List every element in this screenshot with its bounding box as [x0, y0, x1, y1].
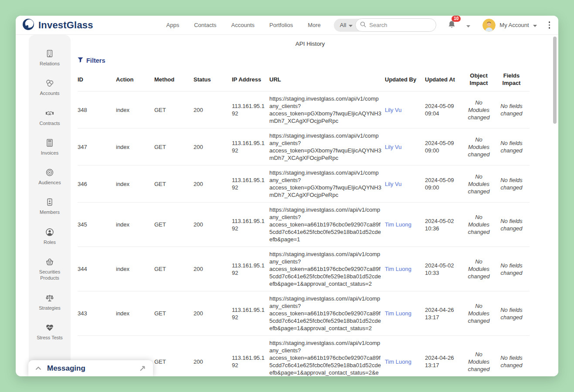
heartbeat-icon	[45, 323, 54, 332]
filters-label: Filters	[86, 57, 105, 64]
cell-object-impact: No Modules changed	[464, 247, 497, 291]
table-row: 347 index GET 200 113.161.95.192 https:/…	[78, 128, 530, 166]
updated-by-link[interactable]: Tim Luong	[385, 247, 425, 291]
main-content: API History Filters ID Action Method Sta…	[71, 35, 558, 376]
filter-funnel-icon	[78, 57, 83, 64]
cell-status: 200	[194, 247, 232, 291]
updated-by-link[interactable]: Lily Vu	[385, 128, 425, 166]
cell-object-impact: No Modules changed	[464, 166, 497, 203]
scale-icon	[45, 293, 54, 303]
cell-method: GET	[154, 336, 194, 377]
sidebar-item[interactable]: Securities Products	[30, 257, 70, 281]
cell-id: 348	[78, 91, 116, 128]
updated-by-link[interactable]: Lily Vu	[385, 91, 425, 128]
column-header-ip: IP Address	[232, 68, 269, 91]
cell-fields-impact: No fields changed	[497, 128, 530, 166]
id-badge-icon	[45, 197, 54, 207]
account-label: My Account	[499, 22, 529, 28]
kebab-menu-icon[interactable]	[547, 19, 553, 31]
cell-id: 344	[78, 247, 116, 291]
cell-id: 343	[78, 291, 116, 336]
sidebar-item-label: Members	[40, 209, 60, 215]
app-window: InvestGlass Apps Contacts Accounts Portf…	[16, 16, 558, 376]
column-header-status: Status	[194, 68, 232, 91]
cell-updated-at: 2024-05-09 09:00	[425, 166, 464, 203]
updated-by-link[interactable]: Tim Luong	[385, 203, 425, 247]
page-title: API History	[78, 41, 543, 47]
chevron-down-icon	[349, 22, 353, 28]
cell-updated-at: 2024-05-09 09:00	[425, 128, 464, 166]
cell-action: index	[116, 166, 154, 203]
basket-icon	[45, 257, 54, 267]
cell-status: 200	[194, 166, 232, 203]
sidebar-item[interactable]: Accounts	[30, 78, 70, 96]
cell-method: GET	[154, 128, 194, 166]
user-circle-icon	[45, 227, 54, 237]
calculator-icon	[45, 138, 54, 148]
table-row: 345 index GET 200 113.161.95.192 https:/…	[78, 203, 530, 247]
sidebar-item[interactable]: Stress Tests	[30, 323, 70, 341]
updated-by-link[interactable]: Lily Vu	[385, 166, 425, 203]
nav-item[interactable]: Portfolios	[269, 22, 293, 28]
cell-ip-address: 113.161.95.192	[232, 166, 269, 203]
cell-ip-address: 113.161.95.192	[232, 128, 269, 166]
filters-button[interactable]: Filters	[78, 57, 105, 64]
cell-status: 200	[194, 128, 232, 166]
cell-status: 200	[194, 91, 232, 128]
sidebar-item-label: Securities Products	[30, 269, 70, 281]
updated-by-link[interactable]: Tim Luong	[385, 336, 425, 377]
notifications-button[interactable]: 10	[448, 20, 456, 31]
notifications-dropdown-caret[interactable]	[465, 20, 472, 31]
search-input[interactable]	[369, 22, 431, 28]
cell-ip-address: 113.161.95.192	[232, 247, 269, 291]
cell-ip-address: 113.161.95.192	[232, 291, 269, 336]
api-history-table: ID Action Method Status IP Address URL U…	[78, 68, 530, 376]
cell-updated-at: 2024-05-02 10:33	[425, 247, 464, 291]
cell-url: https://staging.investglass.com//api/v1/…	[269, 247, 385, 291]
nav-item[interactable]: Contacts	[194, 22, 216, 28]
cell-updated-at: 2024-04-26 13:17	[425, 336, 464, 377]
sidebar-item[interactable]: Relations	[30, 49, 70, 67]
table-row: 343 index GET 200 113.161.95.192 https:/…	[78, 291, 530, 336]
sidebar-item[interactable]: Strategies	[30, 293, 70, 311]
sidebar-item-label: Audiences	[38, 179, 61, 186]
updated-by-link[interactable]: Tim Luong	[385, 291, 425, 336]
cell-object-impact: No Modules changed	[464, 203, 497, 247]
column-header-object-impact: Object Impact	[464, 68, 497, 91]
target-icon	[45, 168, 54, 177]
cell-updated-at: 2024-04-26 13:17	[425, 291, 464, 336]
messaging-dock[interactable]: Messaging	[28, 360, 153, 376]
coins-icon	[45, 78, 54, 88]
cell-ip-address: 113.161.95.192	[232, 336, 269, 377]
sidebar-item[interactable]: Members	[30, 197, 70, 215]
brand-name: InvestGlass	[38, 20, 93, 31]
sidebar: Relations Accounts Contracts Invoices Au…	[29, 35, 71, 376]
cell-method: GET	[154, 247, 194, 291]
cell-status: 200	[194, 336, 232, 377]
cell-id: 345	[78, 203, 116, 247]
cell-fields-impact: No fields changed	[497, 291, 530, 336]
chevron-up-icon[interactable]	[35, 366, 41, 370]
sidebar-item[interactable]: Contracts	[30, 108, 70, 126]
sidebar-item[interactable]: Invoices	[30, 138, 70, 156]
sidebar-item[interactable]: Audiences	[30, 168, 70, 186]
cell-object-impact: No Modules changed	[464, 291, 497, 336]
nav-item[interactable]: Apps	[166, 22, 180, 28]
top-navbar: InvestGlass Apps Contacts Accounts Portf…	[16, 16, 558, 35]
nav-item[interactable]: Accounts	[231, 22, 255, 28]
account-menu[interactable]: My Account	[482, 19, 537, 32]
search-field	[355, 18, 436, 32]
sidebar-item[interactable]: Roles	[30, 227, 70, 245]
sidebar-item-label: Strategies	[39, 305, 61, 311]
expand-arrow-icon[interactable]	[139, 365, 146, 372]
vertical-scrollbar-thumb[interactable]	[553, 37, 557, 124]
cell-fields-impact: No fields changed	[497, 247, 530, 291]
nav-item[interactable]: More	[308, 22, 321, 28]
cell-action: index	[116, 128, 154, 166]
bell-icon	[448, 23, 456, 30]
cell-object-impact: No Modules changed	[464, 336, 497, 377]
brand-logo[interactable]: InvestGlass	[22, 18, 93, 33]
cell-updated-at: 2024-05-02 10:36	[425, 203, 464, 247]
search-scope-value: All	[340, 22, 346, 28]
cell-method: GET	[154, 91, 194, 128]
